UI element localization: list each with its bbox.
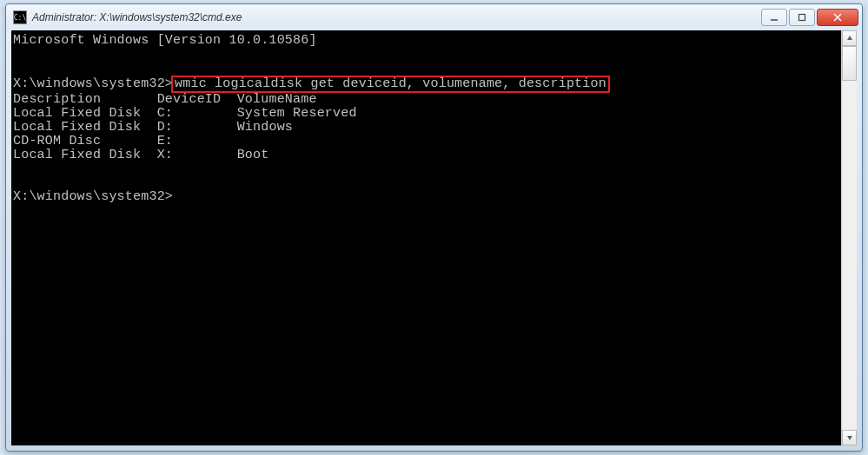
titlebar[interactable]: C:\ Administrator: X:\windows\system32\c… <box>6 4 862 30</box>
table-header: Description DeviceID VolumeName <box>13 92 317 107</box>
svg-marker-4 <box>847 36 852 40</box>
table-row: CD-ROM Disc E: <box>13 134 173 148</box>
highlighted-command: wmic logicaldisk get deviceid, volumenam… <box>171 76 610 93</box>
scroll-up-button[interactable] <box>842 30 857 46</box>
svg-rect-1 <box>799 15 805 21</box>
cmd-window: C:\ Administrator: X:\windows\system32\c… <box>5 3 863 452</box>
table-row: Local Fixed Disk C: System Reserved <box>13 106 357 121</box>
scroll-track[interactable] <box>842 46 857 430</box>
version-line: Microsoft Windows [Version 10.0.10586] <box>13 33 317 48</box>
window-controls <box>761 9 858 26</box>
minimize-button[interactable] <box>761 9 787 26</box>
vertical-scrollbar[interactable] <box>841 30 857 445</box>
console-output[interactable]: Microsoft Windows [Version 10.0.10586] X… <box>11 30 841 445</box>
scroll-down-button[interactable] <box>842 430 857 445</box>
prompt-1: X:\windows\system32> <box>13 76 173 91</box>
prompt-2: X:\windows\system32> <box>13 189 173 204</box>
table-row: Local Fixed Disk X: Boot <box>13 148 268 162</box>
cmd-icon: C:\ <box>13 10 27 24</box>
close-button[interactable] <box>817 9 858 26</box>
svg-marker-5 <box>847 436 852 440</box>
scroll-thumb[interactable] <box>842 46 857 81</box>
table-row: Local Fixed Disk D: Windows <box>13 120 293 135</box>
maximize-button[interactable] <box>789 9 815 26</box>
client-area: Microsoft Windows [Version 10.0.10586] X… <box>11 30 857 445</box>
window-title: Administrator: X:\windows\system32\cmd.e… <box>32 11 761 23</box>
